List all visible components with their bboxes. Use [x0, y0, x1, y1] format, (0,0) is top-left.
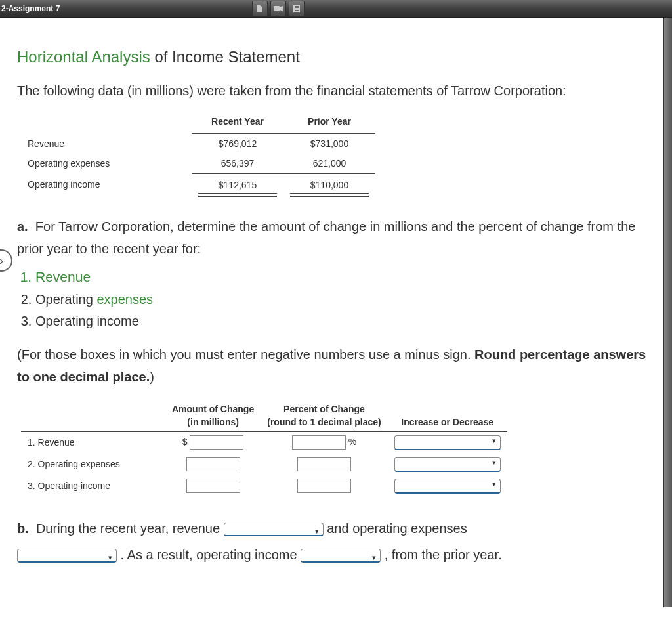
answer-row-label: 1. Revenue — [21, 431, 165, 454]
revenue-direction-select[interactable] — [224, 523, 324, 536]
answer-row: 3. Operating income — [21, 475, 507, 497]
video-icon[interactable] — [270, 1, 286, 16]
part-a-list: Revenue Operating expenses Operating inc… — [35, 267, 654, 332]
intro-text: The following data (in millions) were ta… — [17, 79, 654, 102]
percent-symbol: % — [348, 437, 356, 447]
percent-cell: % — [261, 431, 387, 454]
page-title: Horizontal Analysis of Income Statement — [17, 48, 654, 66]
part-a-note: (For those boxes in which you must enter… — [17, 343, 654, 388]
blank-header-underlined — [21, 416, 165, 432]
top-toolbar: 2-Assignment 7 — [0, 0, 672, 18]
note-close: ) — [150, 370, 154, 384]
part-b-seg1: During the recent year, revenue — [36, 521, 220, 536]
amount-cell — [165, 454, 261, 475]
list-item: Operating income — [35, 311, 654, 332]
cell-recent: 656,397 — [192, 154, 284, 174]
part-a-prompt: a. For Tarrow Corporation, determine the… — [17, 215, 654, 260]
part-b-prompt: b. During the recent year, revenue and o… — [17, 515, 654, 568]
cell-prior: 621,000 — [284, 154, 375, 174]
list-item: Revenue — [35, 267, 654, 288]
percent-cell — [261, 454, 387, 475]
blank-header — [388, 402, 507, 416]
assignment-tab-label: 2-Assignment 7 — [1, 4, 60, 13]
note-open: (For those boxes in which you must enter… — [17, 347, 474, 362]
answer-row-label: 2. Operating expenses — [21, 454, 165, 475]
list-item: Operating expenses — [35, 290, 654, 310]
incdec-select-opex[interactable] — [394, 457, 501, 472]
document-icon[interactable] — [289, 1, 304, 16]
opinc-direction-select[interactable] — [301, 549, 381, 563]
book-icon[interactable] — [252, 1, 268, 16]
cell-prior: $731,000 — [284, 134, 375, 154]
amount-input-opex[interactable] — [186, 457, 240, 471]
list-item-green: expenses — [96, 292, 153, 307]
percent-header-line1: Percent of Change — [261, 402, 387, 416]
list-item-pre: Operating — [35, 292, 96, 307]
list-item-label: Operating income — [35, 314, 139, 328]
assignment-tab[interactable]: 2-Assignment 7 — [0, 0, 66, 17]
amount-header-line2: (in millions) — [165, 416, 261, 432]
row-label: Operating expenses — [21, 154, 192, 174]
main-content: Horizontal Analysis of Income Statement … — [0, 18, 672, 607]
percent-cell — [261, 475, 387, 497]
toolbar-icon-group — [252, 1, 304, 16]
incdec-select-opinc[interactable] — [394, 479, 501, 494]
incdec-cell — [388, 475, 507, 497]
incdec-cell — [388, 431, 507, 454]
window-right-border — [663, 0, 672, 607]
amount-header-line1: Amount of Change — [165, 402, 261, 416]
amount-input-revenue[interactable] — [190, 435, 243, 450]
cell-prior: $110,000 — [284, 174, 375, 196]
currency-symbol: $ — [182, 437, 188, 447]
answer-table: Amount of Change Percent of Change (in m… — [21, 402, 507, 497]
incdec-cell — [388, 454, 507, 475]
percent-input-opinc[interactable] — [297, 479, 351, 493]
row-label: Revenue — [21, 134, 192, 154]
col-prior-header: Prior Year — [284, 114, 375, 134]
col-recent-header: Recent Year — [192, 114, 284, 134]
cell-recent: $112,615 — [192, 174, 284, 196]
opex-direction-select[interactable] — [17, 549, 117, 563]
blank-header — [21, 402, 165, 416]
svg-rect-2 — [295, 6, 299, 7]
list-item-label: Revenue — [35, 269, 91, 284]
svg-rect-0 — [274, 6, 280, 11]
cell-recent: $769,012 — [192, 134, 284, 154]
amount-cell: $ — [165, 431, 261, 454]
amount-cell — [165, 475, 261, 497]
blank-header — [21, 114, 192, 134]
svg-rect-5 — [295, 10, 299, 11]
incdec-select-revenue[interactable] — [394, 435, 501, 450]
percent-input-revenue[interactable] — [292, 435, 346, 450]
answer-row: 1. Revenue $ % — [21, 431, 507, 454]
part-a-text: For Tarrow Corporation, determine the am… — [17, 219, 635, 256]
table-row: Operating expenses 656,397 621,000 — [21, 154, 375, 174]
percent-header-line2: (round to 1 decimal place) — [261, 416, 387, 432]
svg-rect-3 — [295, 7, 299, 8]
table-row: Operating income $112,615 $110,000 — [21, 174, 375, 196]
answer-row-label: 3. Operating income — [21, 475, 165, 497]
percent-input-opex[interactable] — [297, 457, 351, 471]
svg-rect-4 — [295, 9, 299, 9]
part-b-seg2: and operating expenses — [327, 521, 467, 536]
table-row: Revenue $769,012 $731,000 — [21, 134, 375, 154]
financial-data-table: Recent Year Prior Year Revenue $769,012 … — [21, 114, 375, 196]
incdec-header: Increase or Decrease — [388, 416, 507, 432]
title-rest: of Income Statement — [150, 48, 300, 66]
part-b-seg4: , from the prior year. — [385, 547, 502, 562]
answer-row: 2. Operating expenses — [21, 454, 507, 475]
part-b-letter: b. — [17, 521, 29, 536]
row-label: Operating income — [21, 174, 192, 196]
amount-input-opinc[interactable] — [186, 479, 240, 493]
part-a-letter: a. — [17, 219, 28, 234]
title-green-part: Horizontal Analysis — [17, 48, 150, 66]
part-b-seg3: . As a result, operating income — [121, 547, 297, 562]
